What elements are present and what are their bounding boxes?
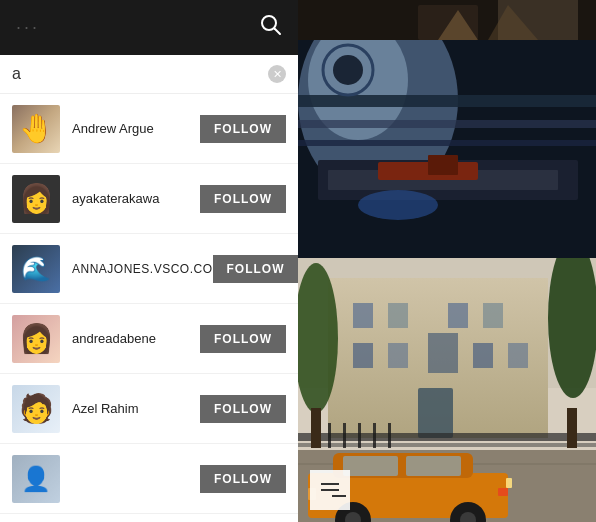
user-name: Azel Rahim	[72, 401, 200, 416]
svg-rect-17	[298, 95, 596, 107]
avatar	[12, 105, 60, 153]
search-icon[interactable]	[260, 14, 282, 41]
list-item: Andrew Argue FOLLOW	[0, 94, 298, 164]
svg-rect-31	[473, 343, 493, 368]
list-item: ANNAJONES.VSCO.CO FOLLOW	[0, 234, 298, 304]
list-item: FOLLOW	[0, 444, 298, 514]
follow-button[interactable]: FOLLOW	[200, 185, 286, 213]
svg-rect-58	[506, 478, 512, 488]
top-bar: ···	[0, 0, 298, 55]
follow-button[interactable]: FOLLOW	[200, 395, 286, 423]
follow-button[interactable]: FOLLOW	[213, 255, 298, 283]
menu-line-1	[321, 483, 339, 485]
svg-rect-10	[298, 120, 596, 128]
svg-rect-15	[428, 155, 458, 175]
user-name: andreadabene	[72, 331, 200, 346]
svg-rect-39	[358, 423, 361, 448]
menu-button[interactable]	[310, 470, 350, 510]
svg-rect-37	[328, 423, 331, 448]
photo-top	[298, 0, 596, 40]
avatar	[12, 455, 60, 503]
app-logo: ···	[16, 17, 40, 38]
svg-rect-25	[388, 303, 408, 328]
follow-button[interactable]: FOLLOW	[200, 465, 286, 493]
svg-rect-41	[388, 423, 391, 448]
svg-rect-27	[483, 303, 503, 328]
svg-rect-34	[298, 433, 596, 441]
user-name: Andrew Argue	[72, 121, 200, 136]
user-list: Andrew Argue FOLLOW ayakaterakawa FOLLOW…	[0, 94, 298, 522]
user-name: ANNAJONES.VSCO.CO	[72, 262, 213, 276]
svg-rect-32	[508, 343, 528, 368]
svg-rect-51	[406, 456, 461, 476]
svg-point-19	[333, 55, 363, 85]
search-input[interactable]	[12, 65, 268, 83]
search-bar: ✕	[0, 55, 298, 94]
photo-bottom	[298, 258, 596, 522]
svg-rect-35	[298, 443, 596, 447]
user-name: ayakaterakawa	[72, 191, 200, 206]
follow-button[interactable]: FOLLOW	[200, 325, 286, 353]
list-item: andreadabene FOLLOW	[0, 304, 298, 374]
svg-point-16	[358, 190, 438, 220]
svg-rect-57	[498, 488, 508, 496]
svg-rect-29	[388, 343, 408, 368]
svg-rect-26	[448, 303, 468, 328]
svg-rect-40	[373, 423, 376, 448]
svg-rect-50	[343, 456, 398, 476]
avatar	[12, 385, 60, 433]
svg-rect-33	[418, 388, 453, 438]
svg-rect-38	[343, 423, 346, 448]
svg-rect-24	[353, 303, 373, 328]
right-panel	[298, 0, 596, 522]
menu-line-2	[321, 489, 339, 491]
avatar	[12, 175, 60, 223]
follow-button[interactable]: FOLLOW	[200, 115, 286, 143]
avatar	[12, 315, 60, 363]
left-panel: ··· ✕ Andrew Argue FOLLOW ayakaterakawa …	[0, 0, 298, 522]
photo-mid-content	[298, 40, 596, 258]
list-item: ayakaterakawa FOLLOW	[0, 164, 298, 234]
svg-rect-11	[298, 140, 596, 146]
list-item: Azel Rahim FOLLOW	[0, 374, 298, 444]
svg-rect-45	[567, 408, 577, 448]
clear-icon[interactable]: ✕	[268, 65, 286, 83]
menu-line-3	[332, 495, 346, 497]
svg-line-1	[275, 29, 281, 35]
svg-rect-43	[311, 408, 321, 448]
photo-mid	[298, 40, 596, 258]
photo-top-content	[298, 0, 596, 40]
svg-rect-30	[428, 333, 458, 373]
svg-rect-28	[353, 343, 373, 368]
avatar	[12, 245, 60, 293]
